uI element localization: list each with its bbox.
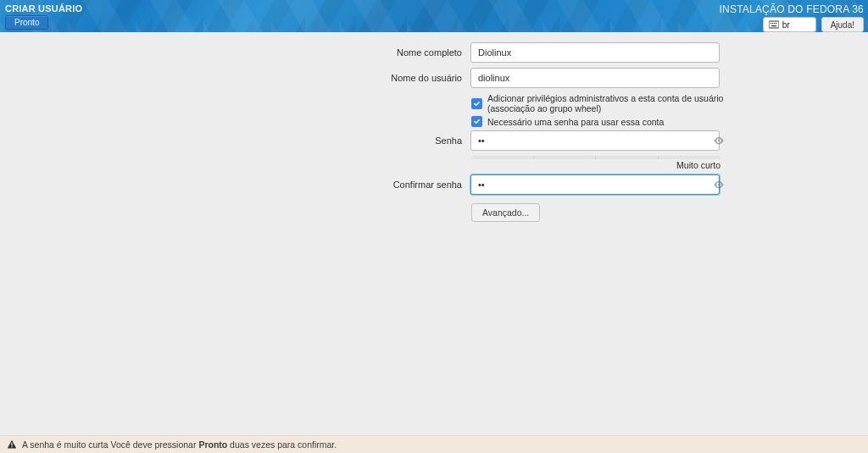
svg-rect-5 [771, 25, 776, 26]
content: Nome completo Nome do usuário Adicionar … [0, 32, 868, 222]
svg-rect-2 [772, 23, 773, 24]
header-right: INSTALAÇÃO DO FEDORA 36 br Ajuda! [720, 3, 864, 32]
eye-icon[interactable] [713, 179, 725, 191]
installer-title: INSTALAÇÃO DO FEDORA 36 [720, 3, 864, 15]
password-strength-bar [471, 156, 721, 159]
require-password-label: Necessário uma senha para usar essa cont… [487, 117, 664, 127]
confirm-password-row: Confirmar senha [138, 174, 730, 195]
warning-bar: A senha é muito curta Você deve pression… [0, 435, 868, 453]
warning-prefix: A senha é muito curta Você deve pression… [22, 439, 198, 450]
svg-rect-9 [11, 446, 12, 447]
fullname-row: Nome completo [138, 42, 730, 63]
admin-checkbox-row: Adicionar privilégios administrativos a … [471, 93, 730, 113]
svg-rect-0 [769, 21, 779, 28]
page-title: CRIAR USUÁRIO [5, 3, 82, 14]
help-button[interactable]: Ajuda! [821, 17, 864, 32]
warning-bold: Pronto [198, 439, 227, 450]
username-label: Nome do usuário [138, 73, 470, 83]
confirm-password-label: Confirmar senha [138, 180, 470, 190]
warning-suffix: duas vezes para confirmar. [227, 439, 337, 450]
require-password-row: Necessário uma senha para usar essa cont… [471, 116, 730, 127]
fullname-input[interactable] [470, 42, 720, 63]
svg-rect-4 [776, 23, 776, 24]
user-form: Nome completo Nome do usuário Adicionar … [138, 42, 730, 222]
svg-rect-8 [11, 443, 12, 446]
username-input[interactable] [470, 68, 720, 88]
warning-text: A senha é muito curta Você deve pression… [22, 439, 337, 450]
password-input[interactable] [470, 130, 720, 151]
svg-point-6 [718, 140, 720, 141]
password-row: Senha [138, 130, 730, 151]
header: CRIAR USUÁRIO Pronto INSTALAÇÃO DO FEDOR… [0, 0, 868, 32]
svg-rect-1 [771, 23, 771, 24]
done-button[interactable]: Pronto [5, 15, 48, 30]
confirm-password-input[interactable] [470, 174, 720, 195]
svg-point-7 [718, 184, 720, 185]
admin-checkbox-label: Adicionar privilégios administrativos a … [487, 93, 730, 113]
fullname-label: Nome completo [138, 47, 470, 58]
password-label: Senha [138, 135, 470, 146]
eye-icon[interactable] [713, 135, 725, 146]
password-strength-text: Muito curto [471, 160, 721, 170]
header-left: CRIAR USUÁRIO Pronto [5, 3, 82, 30]
warning-icon [7, 439, 17, 450]
admin-checkbox[interactable] [471, 98, 482, 109]
require-password-checkbox[interactable] [471, 116, 482, 127]
keyboard-icon [769, 20, 779, 29]
username-row: Nome do usuário [138, 68, 730, 88]
keyboard-layout-selector[interactable]: br [763, 17, 816, 32]
svg-rect-3 [774, 23, 775, 24]
advanced-button[interactable]: Avançado... [471, 203, 540, 222]
keyboard-layout-label: br [782, 20, 790, 30]
